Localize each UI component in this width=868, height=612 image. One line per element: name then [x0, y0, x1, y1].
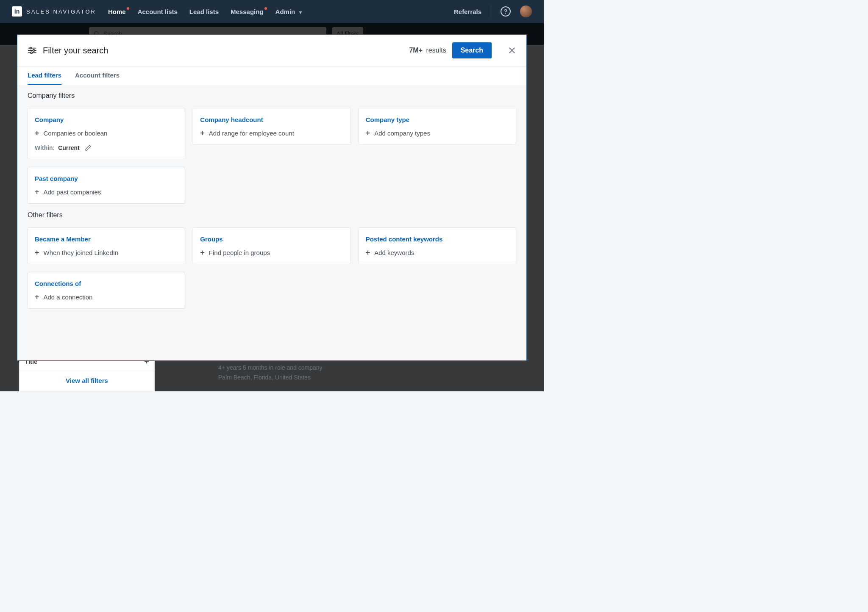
filter-card-action[interactable]: + Add past companies [35, 188, 178, 196]
close-icon [508, 46, 516, 55]
pencil-icon [85, 144, 92, 151]
section-title-other: Other filters [28, 211, 516, 219]
filter-card-became-member[interactable]: Became a Member + When they joined Linke… [28, 227, 185, 264]
nav-right: Referrals ? [454, 5, 532, 18]
logo-text: SALES NAVIGATOR [26, 8, 96, 15]
within-label: Within: [35, 144, 55, 151]
nav-item-label: Admin [275, 8, 295, 15]
section-title-company: Company filters [28, 92, 516, 100]
filter-card-title: Company type [366, 116, 509, 123]
other-filters-grid: Became a Member + When they joined Linke… [28, 227, 516, 309]
filter-card-title: Became a Member [35, 235, 178, 243]
plus-icon: + [200, 249, 205, 256]
nav-items: Home Account lists Lead lists Messaging … [108, 8, 302, 15]
filter-card-title: Past company [35, 175, 178, 182]
nav-item-label: Messaging [231, 8, 264, 15]
view-all-filters-button[interactable]: View all filters [19, 370, 155, 391]
svg-point-3 [30, 47, 31, 49]
nav-item-label: Lead lists [189, 8, 219, 15]
nav-admin[interactable]: Admin ▾ [275, 8, 302, 15]
filter-card-title: Connections of [35, 280, 178, 287]
filter-card-action[interactable]: + Find people in groups [200, 249, 343, 256]
plus-icon: + [35, 129, 39, 137]
filter-card-past-company[interactable]: Past company + Add past companies [28, 167, 185, 204]
filter-card-title: Company headcount [200, 116, 343, 123]
filter-card-action-label: Find people in groups [209, 249, 270, 256]
nav-account-lists[interactable]: Account lists [138, 8, 178, 15]
results-number: 7M+ [409, 47, 423, 54]
filter-card-action-label: Add range for employee count [209, 130, 294, 137]
divider [491, 5, 491, 18]
notification-dot-icon [264, 7, 267, 10]
filter-card-action[interactable]: + Add keywords [366, 249, 509, 256]
filter-card-title: Company [35, 116, 178, 123]
plus-icon: + [366, 129, 370, 137]
nav-item-label: Account lists [138, 8, 178, 15]
logo-mark: in [12, 6, 22, 17]
results-count: 7M+ results [409, 47, 446, 54]
company-filters-grid: Company + Companies or boolean Within: C… [28, 108, 516, 204]
edit-within-button[interactable] [85, 144, 92, 151]
avatar[interactable] [520, 6, 532, 17]
sliders-icon [28, 47, 37, 54]
search-button[interactable]: Search [452, 42, 492, 58]
filter-card-action[interactable]: + Add a connection [35, 293, 178, 301]
top-nav: in SALES NAVIGATOR Home Account lists Le… [0, 0, 544, 23]
tab-lead-filters[interactable]: Lead filters [28, 66, 61, 85]
view-all-filters-label: View all filters [66, 377, 108, 384]
filter-card-groups[interactable]: Groups + Find people in groups [193, 227, 351, 264]
modal-tabs: Lead filters Account filters [17, 66, 526, 85]
filter-card-action[interactable]: + When they joined LinkedIn [35, 249, 178, 256]
nav-lead-lists[interactable]: Lead lists [189, 8, 219, 15]
within-value: Current [58, 144, 80, 151]
filter-card-connections-of[interactable]: Connections of + Add a connection [28, 272, 185, 309]
plus-icon: + [35, 293, 39, 301]
filter-card-company-type[interactable]: Company type + Add company types [359, 108, 516, 145]
filter-card-action-label: Add keywords [374, 249, 414, 256]
filter-card-action[interactable]: + Add company types [366, 129, 509, 137]
modal-header: Filter your search 7M+ results Search [17, 35, 526, 66]
tab-account-filters[interactable]: Account filters [75, 66, 120, 85]
filter-within-row: Within: Current [35, 144, 178, 151]
filter-card-action-label: When they joined LinkedIn [44, 249, 119, 256]
modal-body: Company filters Company + Companies or b… [17, 85, 526, 360]
plus-icon: + [35, 188, 39, 196]
result-location: Palm Beach, Florida, United States [218, 373, 323, 382]
filter-card-action[interactable]: + Companies or boolean [35, 129, 178, 137]
plus-icon: + [366, 249, 370, 256]
notification-dot-icon [127, 7, 129, 10]
nav-item-label: Home [108, 8, 126, 15]
plus-icon: + [200, 129, 205, 137]
nav-messaging[interactable]: Messaging [231, 8, 264, 15]
results-word: results [426, 47, 446, 54]
close-button[interactable] [508, 46, 516, 55]
modal-title: Filter your search [43, 46, 108, 55]
filter-card-action-label: Add past companies [44, 188, 101, 196]
svg-point-5 [33, 50, 35, 51]
svg-point-7 [31, 52, 32, 53]
logo[interactable]: in SALES NAVIGATOR [12, 6, 96, 17]
filter-modal: Filter your search 7M+ results Search Le… [17, 34, 527, 361]
filter-card-action-label: Companies or boolean [44, 130, 108, 137]
result-tenure: 4+ years 5 months in role and company [218, 363, 323, 372]
plus-icon: + [35, 249, 39, 256]
filter-card-action[interactable]: + Add range for employee count [200, 129, 343, 137]
help-icon[interactable]: ? [501, 6, 511, 17]
nav-home[interactable]: Home [108, 8, 126, 15]
filter-card-company-headcount[interactable]: Company headcount + Add range for employ… [193, 108, 351, 145]
filter-card-title: Groups [200, 235, 343, 243]
nav-referrals[interactable]: Referrals [454, 8, 481, 15]
filter-card-posted-content[interactable]: Posted content keywords + Add keywords [359, 227, 516, 264]
filter-card-title: Posted content keywords [366, 235, 509, 243]
filter-card-action-label: Add company types [374, 130, 430, 137]
result-meta: 4+ years 5 months in role and company Pa… [218, 363, 323, 382]
chevron-down-icon: ▾ [299, 9, 302, 15]
filter-card-company[interactable]: Company + Companies or boolean Within: C… [28, 108, 185, 159]
filter-card-action-label: Add a connection [44, 294, 93, 301]
